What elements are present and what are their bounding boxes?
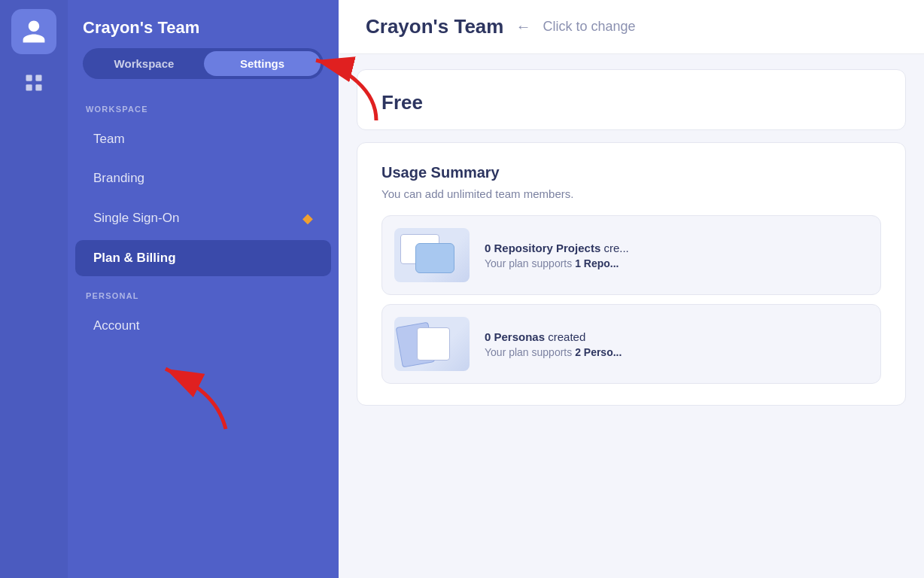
repo-limit: 1 Repo... [575, 257, 619, 269]
person-icon [20, 18, 47, 45]
tab-workspace[interactable]: Workspace [86, 51, 202, 76]
sidebar: Crayon's Team Workspace Settings WORKSPA… [68, 0, 339, 578]
click-to-change[interactable]: Click to change [543, 19, 635, 35]
sidebar-item-team[interactable]: Team [75, 121, 331, 157]
sidebar-item-account[interactable]: Account [75, 308, 331, 344]
usage-section: Usage Summary You can add unlimited team… [357, 142, 906, 406]
persona-title-suffix: created [548, 330, 585, 343]
main-title: Crayon's Team [366, 15, 503, 38]
svg-rect-3 [35, 84, 41, 90]
grid-nav-icon[interactable] [17, 66, 50, 99]
tab-settings[interactable]: Settings [204, 51, 321, 76]
workspace-section-label: WORKSPACE [68, 91, 339, 120]
main-body: Free Usage Summary You can add unlimited… [339, 54, 924, 578]
sidebar-item-branding[interactable]: Branding [75, 160, 331, 196]
svg-rect-0 [26, 75, 32, 81]
svg-rect-1 [35, 75, 41, 81]
svg-rect-2 [26, 84, 32, 90]
repo-card-sub: Your plan supports 1 Repo... [485, 257, 868, 269]
persona-card-info: 0 Personas created Your plan supports 2 … [485, 330, 868, 358]
sidebar-team-name: Crayon's Team [83, 18, 324, 38]
sidebar-header: Crayon's Team Workspace Settings [68, 12, 339, 91]
persona-card-title: 0 Personas created [485, 330, 868, 343]
repo-card-info: 0 Repository Projects cre... Your plan s… [485, 242, 868, 269]
avatar[interactable] [11, 9, 56, 54]
usage-cards: 0 Repository Projects cre... Your plan s… [381, 215, 881, 384]
repo-count: 0 Repository Projects [485, 242, 600, 254]
repo-title-suffix: cre... [603, 242, 628, 254]
sidebar-item-sso[interactable]: Single Sign-On ◆ [75, 199, 331, 237]
icon-rail [0, 0, 68, 578]
sidebar-item-plan-billing[interactable]: Plan & Billing [75, 240, 331, 276]
diamond-icon: ◆ [302, 210, 313, 227]
repo-card-title: 0 Repository Projects cre... [485, 242, 868, 254]
main-header: Crayon's Team ← Click to change [339, 0, 924, 54]
sidebar-tabs: Workspace Settings [83, 48, 324, 79]
plan-title: Free [381, 91, 881, 114]
persona-card-sub: Your plan supports 2 Perso... [485, 346, 868, 358]
usage-subtitle: You can add unlimited team members. [381, 187, 881, 200]
usage-card-persona: 0 Personas created Your plan supports 2 … [381, 304, 881, 384]
sso-label: Single Sign-On [93, 211, 179, 226]
plan-section: Free [357, 69, 906, 130]
persona-limit: 2 Perso... [575, 346, 622, 358]
persona-count: 0 Personas [485, 330, 545, 343]
repo-thumbnail [394, 228, 470, 282]
persona-thumbnail [394, 317, 470, 371]
main-content: Crayon's Team ← Click to change Free Usa… [339, 0, 924, 578]
usage-title: Usage Summary [381, 164, 881, 181]
arrow-icon: ← [515, 18, 530, 35]
grid-icon [23, 72, 44, 93]
usage-card-repo: 0 Repository Projects cre... Your plan s… [381, 215, 881, 295]
personal-section-label: PERSONAL [68, 278, 339, 306]
